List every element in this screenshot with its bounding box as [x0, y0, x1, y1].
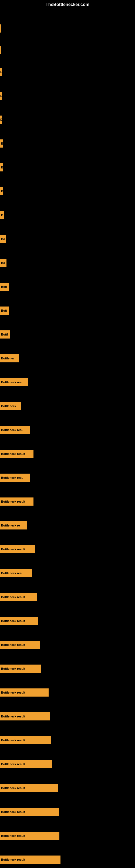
- bar-item-7: B: [0, 187, 3, 195]
- bar-row-27: Bottleneck result: [0, 659, 135, 678]
- bar-label-30: Bottleneck result: [1, 739, 25, 742]
- bar-label-16: Bottleneck: [1, 404, 16, 408]
- bar-row-29: Bottleneck result: [0, 707, 135, 726]
- bar-item-13: Bottl: [0, 330, 10, 339]
- bar-row-5: B: [0, 134, 135, 153]
- bar-label-9: Bo: [1, 237, 5, 241]
- bar-row-31: Bottleneck result: [0, 755, 135, 774]
- bar-label-10: Bo: [1, 261, 5, 265]
- bar-label-6: B: [1, 166, 3, 169]
- bar-label-19: Bottleneck resu: [1, 476, 24, 479]
- bar-label-8: B: [1, 214, 3, 217]
- bar-item-29: Bottleneck result: [0, 712, 50, 720]
- bar-label-14: Bottlenec: [1, 357, 14, 360]
- bar-label-22: Bottleneck result: [1, 548, 25, 551]
- bar-label-2: E: [0, 70, 2, 73]
- bar-item-33: Bottleneck result: [0, 808, 59, 816]
- bar-label-26: Bottleneck result: [1, 643, 25, 646]
- bar-label-32: Bottleneck result: [1, 786, 25, 789]
- bar-row-10: Bo: [0, 253, 135, 272]
- bar-item-23: Bottleneck resu: [0, 569, 32, 577]
- bar-row-15: Bottleneck res: [0, 373, 135, 392]
- bar-row-2: E: [0, 62, 135, 82]
- bar-item-8: B: [0, 211, 4, 219]
- bar-row-20: Bottleneck result: [0, 492, 135, 511]
- bar-row-21: Bottleneck re: [0, 516, 135, 535]
- bar-label-5: B: [1, 142, 3, 145]
- bar-item-21: Bottleneck re: [0, 521, 27, 529]
- bar-label-31: Bottleneck result: [1, 763, 25, 766]
- bar-row-14: Bottlenec: [0, 349, 135, 368]
- bar-label-4: E: [0, 118, 2, 121]
- bar-item-22: Bottleneck result: [0, 545, 35, 553]
- bar-item-4: E: [0, 116, 2, 124]
- bar-label-28: Bottleneck result: [1, 691, 25, 694]
- bar-row-7: B: [0, 182, 135, 201]
- bar-row-35: Bottleneck result: [0, 850, 135, 868]
- bar-label-20: Bottleneck result: [1, 500, 25, 503]
- bar-row-4: E: [0, 110, 135, 129]
- bar-label-33: Bottleneck result: [1, 810, 25, 813]
- bar-item-0: [0, 24, 1, 33]
- bar-item-2: E: [0, 68, 2, 76]
- bar-row-33: Bottleneck result: [0, 802, 135, 822]
- bar-row-0: [0, 19, 135, 38]
- bar-label-23: Bottleneck resu: [1, 571, 24, 575]
- bar-item-15: Bottleneck res: [0, 378, 28, 386]
- bar-label-17: Bottleneck resu: [1, 428, 24, 432]
- bar-item-30: Bottleneck result: [0, 736, 51, 744]
- bar-item-35: Bottleneck result: [0, 856, 60, 864]
- bar-item-1: [0, 46, 1, 54]
- bar-label-34: Bottleneck result: [1, 834, 25, 837]
- bar-label-12: Bott: [1, 309, 7, 312]
- bar-item-19: Bottleneck resu: [0, 474, 30, 482]
- bar-label-29: Bottleneck result: [1, 715, 25, 718]
- bar-item-18: Bottleneck result: [0, 450, 34, 458]
- bar-item-3: E: [0, 92, 2, 100]
- bar-item-11: Bott: [0, 283, 9, 291]
- bar-label-13: Bottl: [1, 333, 8, 336]
- bar-item-27: Bottleneck result: [0, 664, 41, 673]
- bar-row-6: B: [0, 158, 135, 177]
- bar-item-20: Bottleneck result: [0, 497, 34, 506]
- bar-item-12: Bott: [0, 307, 9, 315]
- bar-row-16: Bottleneck: [0, 397, 135, 415]
- bar-row-18: Bottleneck result: [0, 444, 135, 463]
- bar-item-17: Bottleneck resu: [0, 426, 30, 434]
- bar-row-17: Bottleneck resu: [0, 421, 135, 439]
- bar-item-14: Bottlenec: [0, 354, 19, 362]
- bar-item-25: Bottleneck result: [0, 617, 38, 625]
- bar-row-19: Bottleneck resu: [0, 468, 135, 487]
- bar-row-1: [0, 41, 135, 60]
- bar-label-7: B: [1, 190, 3, 193]
- bar-item-6: B: [0, 163, 3, 172]
- bar-label-11: Bott: [1, 285, 7, 288]
- bar-row-11: Bott: [0, 277, 135, 296]
- bar-item-9: Bo: [0, 235, 6, 243]
- bar-row-25: Bottleneck result: [0, 611, 135, 630]
- bar-label-21: Bottleneck re: [1, 524, 20, 527]
- bar-row-23: Bottleneck resu: [0, 564, 135, 583]
- bar-label-27: Bottleneck result: [1, 667, 25, 670]
- bar-item-16: Bottleneck: [0, 402, 21, 410]
- bar-label-25: Bottleneck result: [1, 619, 25, 622]
- bar-row-13: Bottl: [0, 325, 135, 344]
- bar-item-28: Bottleneck result: [0, 688, 49, 696]
- bar-label-35: Bottleneck result: [1, 858, 25, 861]
- bar-label-15: Bottleneck res: [1, 380, 21, 384]
- bar-item-26: Bottleneck result: [0, 641, 40, 649]
- bar-row-22: Bottleneck result: [0, 540, 135, 559]
- bar-item-5: B: [0, 140, 3, 148]
- bar-label-24: Bottleneck result: [1, 595, 25, 599]
- site-title: TheBottlenecker.com: [0, 0, 135, 8]
- bar-label-3: E: [0, 94, 2, 97]
- bar-item-10: Bo: [0, 259, 6, 267]
- bar-item-24: Bottleneck result: [0, 593, 37, 601]
- bar-row-32: Bottleneck result: [0, 778, 135, 798]
- bar-row-3: E: [0, 86, 135, 105]
- bar-row-34: Bottleneck result: [0, 826, 135, 845]
- bar-row-8: B: [0, 206, 135, 225]
- bar-item-31: Bottleneck result: [0, 760, 52, 768]
- bar-row-26: Bottleneck result: [0, 635, 135, 654]
- bar-row-30: Bottleneck result: [0, 731, 135, 750]
